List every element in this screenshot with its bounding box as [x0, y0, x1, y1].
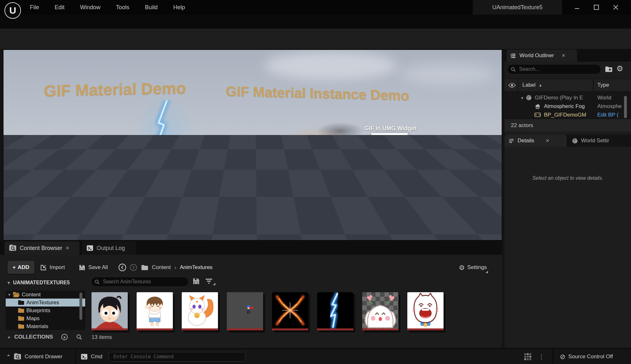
asset-thumb-laughing-cat[interactable] [407, 292, 444, 330]
save-search-button[interactable] [193, 278, 200, 285]
close-tab-icon[interactable]: ✕ [65, 245, 70, 251]
content-folder-icon [9, 244, 17, 252]
menu-tools[interactable]: Tools [114, 3, 131, 12]
menu-help[interactable]: Help [171, 3, 187, 12]
folder-icon [18, 299, 24, 306]
console-command-input[interactable] [113, 354, 241, 360]
asset-thumb-boy-avatar[interactable] [92, 292, 128, 330]
chevron-right-icon[interactable]: ▸ [8, 334, 10, 340]
content-drawer-button[interactable]: ⌃ Content Drawer [6, 349, 62, 364]
outliner-scrollbar[interactable] [624, 96, 627, 118]
close-icon [613, 4, 619, 10]
umg-widget-image [371, 133, 408, 168]
folder-icon [18, 315, 24, 322]
outliner-column-header: Label ▲ Type [505, 79, 631, 91]
more-options-button[interactable]: ⋮ [538, 349, 545, 364]
arrow-forward-icon [130, 264, 137, 271]
cb-settings-button[interactable]: ⚙ Settings [459, 261, 487, 274]
save-icon [79, 264, 85, 271]
window-title: UAnimatedTexture5 [473, 0, 562, 15]
menu-file[interactable]: File [28, 3, 41, 12]
filter-button[interactable] [205, 278, 214, 286]
tab-content-browser[interactable]: Content Browser ✕ [4, 241, 79, 255]
back-button[interactable] [118, 261, 126, 274]
close-button[interactable] [607, 0, 624, 15]
tree-item-content[interactable]: ▾ Content [6, 291, 85, 299]
edit-bp-link[interactable]: Edit BP ( [597, 112, 619, 118]
items-count: 13 items [92, 334, 112, 340]
save-all-button[interactable]: Save All [79, 261, 108, 274]
grid-icon [524, 353, 531, 360]
white-cat-image [362, 292, 398, 328]
search-icon[interactable] [76, 334, 82, 340]
asset-thumb-boy-cartoon[interactable] [137, 292, 173, 330]
outliner-row-atmospheric-fog[interactable]: Atmospheric Fog Atmosphe [505, 102, 631, 111]
outliner-row-bp-gifdemogm[interactable]: BP_GIFDemoGM Edit BP ( [505, 111, 631, 119]
source-control-button[interactable]: ⊘ Source Control Off [560, 349, 613, 364]
close-tab-icon[interactable]: ✕ [561, 53, 566, 58]
minimize-button[interactable] [569, 0, 585, 15]
cloud-fog-icon [534, 103, 541, 110]
chevron-up-icon: ⌃ [6, 354, 10, 360]
column-type[interactable]: Type [597, 79, 609, 91]
details-panel-body: Select an object to view details. [505, 147, 631, 348]
asset-search[interactable] [91, 277, 189, 287]
tab-details[interactable]: Details ✕ [505, 135, 567, 147]
add-collection-icon[interactable]: + [61, 334, 68, 340]
import-button[interactable]: Import [40, 261, 65, 274]
asset-type-bar [92, 328, 128, 330]
chevron-down-icon[interactable]: ▾ [8, 292, 10, 297]
maximize-button[interactable] [588, 0, 605, 15]
breadcrumb-animtextures[interactable]: AnimTextures [180, 264, 213, 271]
tree-item-maps[interactable]: Maps [6, 314, 85, 322]
level-viewport[interactable]: GIF Material Demo GIF Material Instance … [3, 50, 502, 240]
new-folder-button[interactable] [605, 65, 613, 73]
tab-output-log[interactable]: Output Log [82, 241, 136, 255]
derived-data-button[interactable] [524, 349, 531, 364]
tab-world-outliner[interactable]: World Outliner ✕ [506, 50, 577, 62]
kebab-icon: ⋮ [538, 353, 545, 361]
menu-build[interactable]: Build [143, 3, 159, 12]
tree-item-materials[interactable]: Materials [6, 322, 85, 330]
menu-edit[interactable]: Edit [53, 3, 66, 12]
asset-type-bar [182, 328, 218, 330]
asset-type-bar [317, 328, 353, 330]
tree-list-icon [510, 53, 516, 59]
asset-thumb-blue-lightning[interactable] [317, 292, 353, 330]
asset-search-input[interactable] [102, 279, 185, 285]
cmd-selector[interactable]: Cmd [81, 349, 102, 364]
content-folder-icon [14, 353, 21, 361]
umg-widget-label: GIF In UMG Widget [364, 125, 416, 132]
eye-icon[interactable] [508, 83, 516, 88]
outliner-search[interactable] [507, 64, 601, 74]
tab-world-settings[interactable]: World Settir [568, 135, 631, 147]
outliner-search-input[interactable] [519, 66, 598, 72]
folder-plus-icon [605, 65, 613, 73]
sources-header[interactable]: ▾ UANIMATEDTEXTURE5 [3, 276, 86, 290]
chevron-down-icon[interactable]: ▾ [521, 95, 523, 100]
asset-thumb-pixel-sprite[interactable] [227, 292, 263, 330]
breadcrumb-separator-icon: › [174, 264, 176, 271]
tree-item-animtextures[interactable]: AnimTextures [6, 299, 85, 307]
column-label[interactable]: Label ▲ [522, 79, 542, 91]
close-tab-icon[interactable]: ✕ [546, 138, 550, 144]
breadcrumb-content[interactable]: Content [152, 264, 171, 271]
console-command-box[interactable] [109, 352, 245, 361]
forward-button[interactable] [130, 261, 137, 274]
globe-icon [572, 138, 578, 144]
terminal-icon [81, 353, 88, 360]
add-button[interactable]: + ADD [8, 261, 34, 274]
tree-item-blueprints[interactable]: Blueprints [6, 307, 85, 314]
gear-icon: ⚙ [459, 264, 465, 271]
asset-type-bar [137, 328, 173, 330]
asset-thumb-cat-with-bell[interactable] [182, 292, 218, 330]
chevron-down-icon[interactable]: ▾ [8, 280, 10, 285]
menu-window[interactable]: Window [78, 3, 102, 12]
collections-section[interactable]: ▸ COLLECTIONS + [3, 331, 86, 343]
outliner-settings-button[interactable]: ⚙ [616, 65, 623, 72]
asset-thumb-white-cat-transparent[interactable] [362, 292, 398, 330]
outliner-row-world[interactable]: ▾ GIFDemo (Play In E World [505, 93, 631, 102]
boy-cartoon-image [137, 292, 173, 328]
tree-scrollbar[interactable] [79, 293, 82, 320]
asset-thumb-fire-burst[interactable] [272, 292, 308, 330]
